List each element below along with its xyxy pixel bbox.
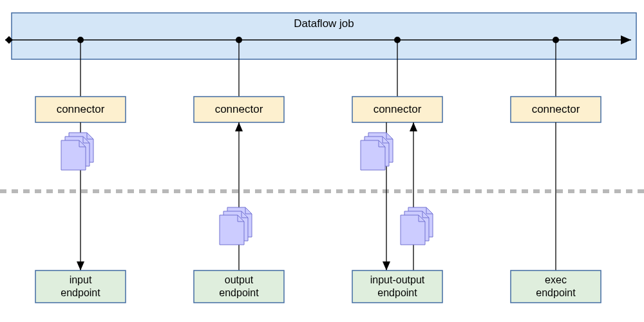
arrowhead-up-icon <box>235 122 243 131</box>
arrowhead-down-icon <box>383 261 390 270</box>
arrowhead-up-icon <box>410 122 417 131</box>
connector-label: connector <box>374 103 422 115</box>
endpoint-label-line1: input <box>70 274 92 285</box>
connector-box: connector <box>35 97 126 122</box>
diagram-canvas: Dataflow job connector connector connect… <box>0 0 644 322</box>
endpoint-label-line2: endpoint <box>536 287 576 298</box>
documents-icon <box>361 133 393 170</box>
connector-box: connector <box>511 97 601 122</box>
endpoint-label-line1: output <box>225 274 254 285</box>
documents-icon <box>61 133 93 170</box>
endpoint-label-line2: endpoint <box>377 287 417 298</box>
documents-icon <box>401 207 433 245</box>
connector-label: connector <box>215 103 263 115</box>
documents-icon <box>220 207 252 245</box>
connector-box: connector <box>352 97 442 122</box>
endpoint-label-line1: input-output <box>370 274 425 285</box>
endpoint-label-line2: endpoint <box>61 287 100 298</box>
connector-label: connector <box>57 103 105 115</box>
endpoint-box: input endpoint <box>35 270 126 303</box>
connector-label: connector <box>532 103 580 115</box>
dataflow-job-title: Dataflow job <box>294 17 354 30</box>
connector-box: connector <box>194 97 284 122</box>
endpoint-box: exec endpoint <box>511 270 601 303</box>
endpoint-box: input-output endpoint <box>352 270 442 303</box>
endpoint-box: output endpoint <box>194 270 284 303</box>
arrowhead-down-icon <box>77 261 84 270</box>
endpoint-label-line1: exec <box>545 274 567 285</box>
endpoint-label-line2: endpoint <box>219 287 259 298</box>
